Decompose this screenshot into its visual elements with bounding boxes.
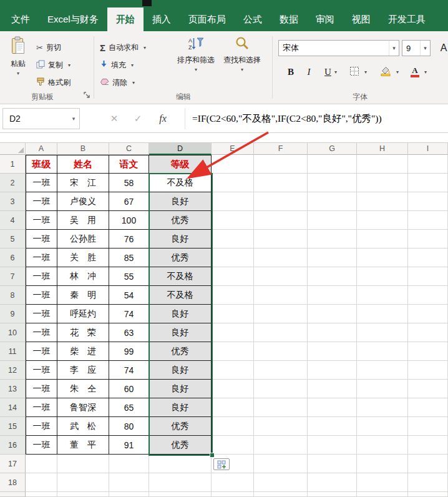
cell-B19[interactable]	[57, 492, 109, 497]
sort-filter-button[interactable]: A Z 排序和筛选 ▾	[173, 34, 218, 92]
cell-B18[interactable]	[57, 473, 109, 492]
row-header-11[interactable]: 11	[0, 342, 26, 361]
tab-file[interactable]: 文件	[2, 7, 39, 31]
tab-data[interactable]: 数据	[271, 7, 307, 31]
cell-H12[interactable]	[357, 361, 408, 380]
formula-input[interactable]: =IF(C2<60,"不及格",IF(C2<80,"良好","优秀"))	[192, 104, 448, 133]
cell-G15[interactable]	[308, 417, 357, 436]
cell-F7[interactable]	[254, 267, 308, 286]
row-header-7[interactable]: 7	[0, 267, 26, 286]
cell-G17[interactable]	[308, 455, 357, 473]
cell-H13[interactable]	[357, 380, 408, 398]
cell-D9[interactable]: 良好	[149, 305, 212, 323]
cell-A4[interactable]: 一班	[26, 211, 57, 230]
cell-G14[interactable]	[308, 398, 357, 417]
font-size-combo[interactable]: 9 ▾	[402, 40, 431, 56]
cut-button[interactable]: ✂ 剪切	[36, 40, 61, 55]
row-header-8[interactable]: 8	[0, 286, 26, 305]
cell-D14[interactable]: 良好	[149, 398, 212, 417]
cell-E18[interactable]	[212, 473, 254, 492]
cell-D17[interactable]	[149, 455, 212, 473]
cell-D12[interactable]: 良好	[149, 361, 212, 380]
bold-button[interactable]: B	[282, 64, 299, 80]
row-header-3[interactable]: 3	[0, 192, 26, 211]
cell-E12[interactable]	[212, 361, 254, 380]
font-name-dropdown-icon[interactable]: ▾	[389, 41, 399, 56]
cell-B2[interactable]: 宋 江	[57, 174, 109, 192]
cell-B15[interactable]: 武 松	[57, 417, 109, 436]
name-box[interactable]: D2 ▾	[2, 108, 80, 129]
cell-A10[interactable]: 一班	[26, 323, 57, 342]
paste-dropdown-icon[interactable]: ▾	[17, 71, 19, 76]
row-header-19[interactable]	[0, 492, 26, 497]
cell-C4[interactable]: 100	[109, 211, 149, 230]
fill-handle[interactable]	[210, 453, 215, 458]
cell-E16[interactable]	[212, 436, 254, 455]
cell-D2[interactable]: 不及格	[149, 174, 212, 192]
cell-F18[interactable]	[254, 473, 308, 492]
cell-H10[interactable]	[357, 323, 408, 342]
cell-C13[interactable]: 60	[109, 380, 149, 398]
cell-E4[interactable]	[212, 211, 254, 230]
tab-excel-finance[interactable]: Excel与财务	[39, 7, 107, 31]
underline-button[interactable]: U	[318, 64, 343, 80]
cell-G8[interactable]	[308, 286, 357, 305]
cell-H6[interactable]	[357, 248, 408, 267]
column-header-A[interactable]: A	[26, 142, 57, 155]
cell-E14[interactable]	[212, 398, 254, 417]
cell-B6[interactable]: 关 胜	[57, 248, 109, 267]
borders-button[interactable]	[349, 64, 367, 80]
cell-I15[interactable]	[408, 417, 448, 436]
cell-D10[interactable]: 良好	[149, 323, 212, 342]
cell-G1[interactable]	[308, 155, 357, 174]
fill-button[interactable]: 填充	[100, 57, 134, 72]
cell-B12[interactable]: 李 应	[57, 361, 109, 380]
cell-D13[interactable]: 良好	[149, 380, 212, 398]
paste-button[interactable]: 粘贴 ▾	[4, 34, 32, 92]
cell-A7[interactable]: 一班	[26, 267, 57, 286]
name-box-dropdown-icon[interactable]: ▾	[68, 116, 79, 122]
cell-A2[interactable]: 一班	[26, 174, 57, 192]
cell-E19[interactable]	[212, 492, 254, 497]
row-header-13[interactable]: 13	[0, 380, 26, 398]
cell-G5[interactable]	[308, 230, 357, 248]
cell-A1[interactable]: 班级	[26, 155, 57, 174]
cell-D1[interactable]: 等级	[149, 155, 212, 174]
cell-C7[interactable]: 55	[109, 267, 149, 286]
column-header-D[interactable]: D	[149, 142, 212, 155]
cell-C10[interactable]: 63	[109, 323, 149, 342]
cell-H4[interactable]	[357, 211, 408, 230]
row-header-9[interactable]: 9	[0, 305, 26, 323]
cell-E6[interactable]	[212, 248, 254, 267]
cell-C14[interactable]: 65	[109, 398, 149, 417]
cell-B4[interactable]: 吴 用	[57, 211, 109, 230]
cell-B10[interactable]: 花 荣	[57, 323, 109, 342]
cell-F6[interactable]	[254, 248, 308, 267]
column-header-C[interactable]: C	[109, 142, 149, 155]
column-header-G[interactable]: G	[308, 142, 357, 155]
cell-A5[interactable]: 一班	[26, 230, 57, 248]
cell-D8[interactable]: 不及格	[149, 286, 212, 305]
tab-developer[interactable]: 开发工具	[379, 7, 434, 31]
cell-H1[interactable]	[357, 155, 408, 174]
cell-C19[interactable]	[109, 492, 149, 497]
row-header-6[interactable]: 6	[0, 248, 26, 267]
cell-C2[interactable]: 58	[109, 174, 149, 192]
cell-F2[interactable]	[254, 174, 308, 192]
cell-H3[interactable]	[357, 192, 408, 211]
cell-G16[interactable]	[308, 436, 357, 455]
cell-I1[interactable]	[408, 155, 448, 174]
cell-F4[interactable]	[254, 211, 308, 230]
cell-F3[interactable]	[254, 192, 308, 211]
cell-H2[interactable]	[357, 174, 408, 192]
cell-H17[interactable]	[357, 455, 408, 473]
cell-A15[interactable]: 一班	[26, 417, 57, 436]
cell-B16[interactable]: 董 平	[57, 436, 109, 455]
italic-button[interactable]: I	[301, 64, 317, 80]
enter-button[interactable]: ✓	[129, 104, 147, 133]
cell-F13[interactable]	[254, 380, 308, 398]
cell-I18[interactable]	[408, 473, 448, 492]
cell-F14[interactable]	[254, 398, 308, 417]
cell-F5[interactable]	[254, 230, 308, 248]
cell-C17[interactable]	[109, 455, 149, 473]
